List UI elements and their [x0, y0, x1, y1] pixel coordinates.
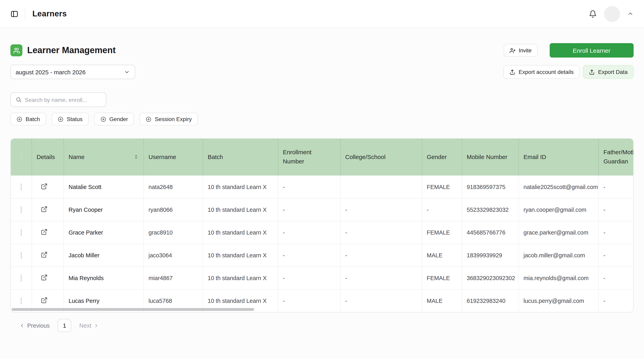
row-details-cell: [32, 221, 64, 244]
cell-batch: 10 th standard Learn X: [203, 221, 278, 244]
cell-guardian: -: [598, 244, 634, 267]
cell-name: Grace Parker: [64, 221, 144, 244]
search-row: [10, 92, 634, 107]
column-header-college: College/School: [340, 139, 422, 175]
horizontal-scrollbar[interactable]: [12, 308, 254, 311]
filter-batch-button[interactable]: Batch: [10, 113, 46, 125]
cell-username: miar4867: [144, 267, 203, 289]
cell-enrollment: -: [278, 221, 340, 244]
row-details-link[interactable]: [36, 274, 47, 281]
notifications-button[interactable]: [589, 10, 597, 18]
external-link-icon: [40, 274, 47, 281]
column-header-guardian: Father/Mother Guardian: [598, 139, 634, 175]
toolbar-row: august 2025 - march 2026 Export account …: [10, 65, 634, 79]
sidebar-toggle-button[interactable]: [10, 10, 18, 18]
row-details-cell: [32, 244, 64, 267]
chevron-right-icon: [94, 323, 99, 328]
next-page-button[interactable]: Next: [76, 320, 102, 331]
sort-icon[interactable]: [133, 154, 138, 160]
cell-mobile: 445685766776: [462, 221, 518, 244]
row-checkbox[interactable]: [21, 183, 22, 190]
cell-gender: MALE: [422, 289, 462, 312]
learner-row: Mia Reynolds miar4867 10 th standard Lea…: [11, 267, 634, 289]
invite-button-label: Invite: [519, 47, 532, 53]
row-checkbox[interactable]: [21, 252, 22, 259]
export-data-label: Export Data: [598, 69, 628, 75]
invite-button[interactable]: Invite: [504, 44, 538, 57]
filter-session-expiry-button[interactable]: Session Expiry: [140, 113, 198, 125]
cell-guardian: -: [598, 267, 634, 289]
cell-batch: 10 th standard Learn X: [203, 198, 278, 221]
column-header-name-label: Name: [68, 154, 84, 160]
row-details-cell: [32, 198, 64, 221]
column-header-username: Username: [144, 139, 203, 175]
row-details-link[interactable]: [36, 228, 47, 235]
select-all-checkbox[interactable]: [21, 153, 22, 161]
upload-icon: [510, 69, 516, 75]
cell-enrollment: -: [278, 244, 340, 267]
row-checkbox[interactable]: [21, 206, 22, 213]
session-range-select[interactable]: august 2025 - march 2026: [10, 65, 135, 79]
filter-status-button[interactable]: Status: [52, 113, 88, 125]
enroll-learner-button[interactable]: Enroll Learner: [550, 43, 634, 57]
filter-gender-label: Gender: [109, 116, 128, 122]
cell-gender: -: [422, 198, 462, 221]
filter-batch-label: Batch: [26, 116, 40, 122]
plus-circle-icon: [146, 116, 152, 122]
page-number-button[interactable]: 1: [58, 319, 71, 332]
cell-email: grace.parker@gmail.com: [518, 221, 598, 244]
account-menu-button[interactable]: [627, 10, 634, 17]
row-checkbox[interactable]: [21, 274, 22, 282]
row-details-cell: [32, 267, 64, 289]
cell-guardian: -: [598, 221, 634, 244]
cell-gender: FEMALE: [422, 175, 462, 198]
cell-email: ryan.cooper@gmail.com: [518, 198, 598, 221]
row-checkbox-cell: [11, 267, 32, 289]
plus-circle-icon: [58, 116, 64, 122]
row-details-link[interactable]: [36, 251, 47, 258]
cell-guardian: -: [598, 175, 634, 198]
cell-email: mia.reynolds@gmail.com: [518, 267, 598, 289]
app-root: Learners Learner Management: [0, 0, 644, 359]
chevron-down-icon: [124, 69, 130, 75]
search-input[interactable]: [25, 96, 101, 103]
cell-email: lucus.perry@gmail.com: [518, 289, 598, 312]
bell-icon: [589, 10, 597, 18]
cell-guardian: -: [598, 289, 634, 312]
cell-mobile: 918369597375: [462, 175, 518, 198]
enroll-learner-label: Enroll Learner: [573, 47, 610, 54]
learners-table-card: Details Name Username Batch Enrollment: [10, 138, 634, 313]
learners-table: Details Name Username Batch Enrollment: [11, 139, 634, 312]
external-link-icon: [40, 183, 47, 190]
filter-gender-button[interactable]: Gender: [94, 113, 134, 125]
row-checkbox[interactable]: [21, 229, 22, 236]
cell-guardian: -: [598, 198, 634, 221]
cell-enrollment: -: [278, 175, 340, 198]
cell-gender: MALE: [422, 244, 462, 267]
export-data-button[interactable]: Export Data: [583, 65, 634, 79]
user-avatar[interactable]: [604, 6, 620, 22]
previous-page-button[interactable]: Previous: [16, 320, 53, 331]
cell-batch: 10 th standard Learn X: [203, 175, 278, 198]
cell-name: Natalie Scott: [64, 175, 144, 198]
column-header-batch: Batch: [203, 139, 278, 175]
row-details-link[interactable]: [36, 297, 47, 304]
learners-app-icon: [10, 44, 22, 56]
cell-name: Ryan Cooper: [64, 198, 144, 221]
cell-email: jacob.miller@gmail.com: [518, 244, 598, 267]
cell-gender: FEMALE: [422, 221, 462, 244]
cell-college: -: [340, 267, 422, 289]
column-header-name[interactable]: Name: [64, 139, 144, 175]
export-account-details-button[interactable]: Export account details: [504, 65, 580, 79]
external-link-icon: [40, 228, 47, 235]
cell-college: -: [340, 244, 422, 267]
table-header: Details Name Username Batch Enrollment: [11, 139, 634, 175]
cell-gender: FEMALE: [422, 267, 462, 289]
plus-circle-icon: [100, 116, 106, 122]
row-checkbox[interactable]: [21, 297, 22, 305]
row-details-link[interactable]: [36, 206, 47, 212]
search-box: [10, 92, 106, 107]
column-header-gender: Gender: [422, 139, 462, 175]
row-details-link[interactable]: [36, 183, 47, 190]
filter-session-expiry-label: Session Expiry: [155, 116, 192, 122]
